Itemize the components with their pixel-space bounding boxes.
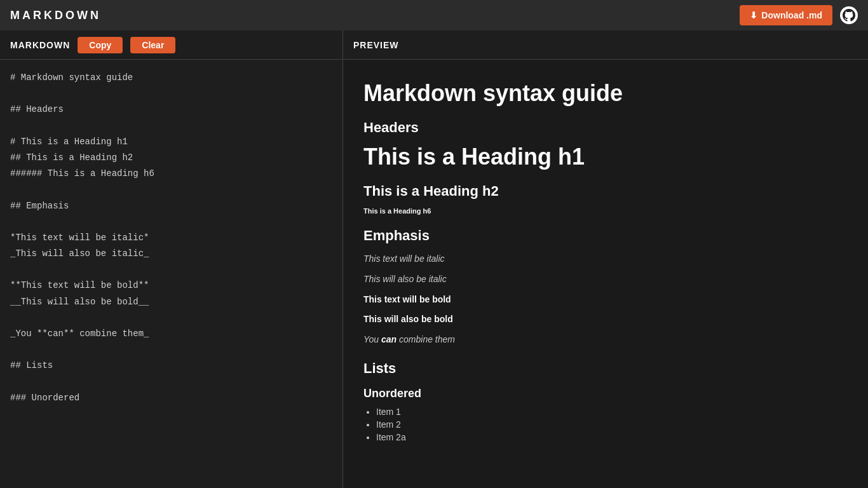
preview-h1: Markdown syntax guide xyxy=(363,80,848,107)
preview-bold2: This will also be bold xyxy=(363,312,848,327)
main-content: # Markdown syntax guide ## Headers # Thi… xyxy=(0,60,868,488)
preview-lists-h2: Lists xyxy=(363,360,848,377)
list-item: Item 2 xyxy=(376,419,848,430)
preview-bold1: This text will be bold xyxy=(363,292,848,308)
preview-label-area: PREVIEW xyxy=(343,30,409,59)
download-icon: ⬇ xyxy=(750,10,757,20)
preview-unordered-list: Item 1Item 2Item 2a xyxy=(376,407,848,442)
combine-text: combine them xyxy=(399,334,455,344)
preview-headers-h2: Headers xyxy=(363,119,848,136)
markdown-section-label: MARKDOWN xyxy=(10,40,70,50)
list-item: Item 1 xyxy=(376,407,848,417)
preview-combine: You can combine them xyxy=(363,332,848,348)
clear-button[interactable]: Clear xyxy=(130,37,175,53)
preview-emphasis-h2: Emphasis xyxy=(363,227,848,244)
markdown-label-area: MARKDOWN Copy Clear xyxy=(0,30,343,59)
editor-pane[interactable]: # Markdown syntax guide ## Headers # Thi… xyxy=(0,60,343,488)
preview-section-label: PREVIEW xyxy=(353,40,399,50)
preview-italic1: This text will be italic xyxy=(363,252,848,267)
preview-heading-h6: This is a Heading h6 xyxy=(363,207,848,215)
combine-bold: can xyxy=(381,334,397,344)
download-button[interactable]: ⬇ Download .md xyxy=(740,5,832,25)
preview-heading-h1: This is a Heading h1 xyxy=(363,144,848,170)
copy-button[interactable]: Copy xyxy=(78,37,123,53)
app-title: MARKDOWN xyxy=(10,9,101,22)
nav-right: ⬇ Download .md xyxy=(740,5,858,25)
github-icon[interactable] xyxy=(840,6,858,24)
subheader: MARKDOWN Copy Clear PREVIEW xyxy=(0,30,868,60)
preview-heading-h2: This is a Heading h2 xyxy=(363,183,848,200)
preview-pane: Markdown syntax guide Headers This is a … xyxy=(343,60,868,488)
preview-unordered-h3: Unordered xyxy=(363,387,848,400)
list-item: Item 2a xyxy=(376,432,848,442)
combine-prefix: You xyxy=(363,334,381,344)
navbar: MARKDOWN ⬇ Download .md xyxy=(0,0,868,30)
markdown-editor[interactable]: # Markdown syntax guide ## Headers # Thi… xyxy=(10,70,332,464)
download-label: Download .md xyxy=(761,10,822,20)
preview-content: Markdown syntax guide Headers This is a … xyxy=(363,80,848,442)
preview-italic2: This will also be italic xyxy=(363,272,848,287)
